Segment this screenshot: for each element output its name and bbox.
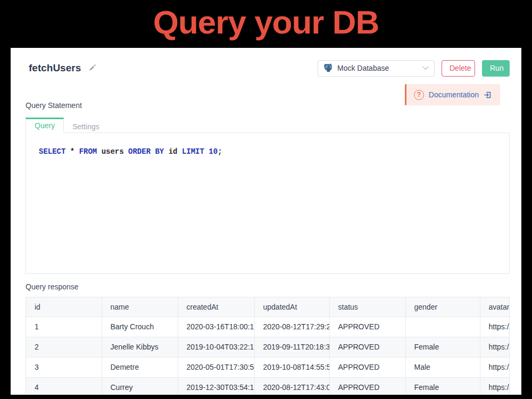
cell-avatar: https:// <box>480 317 510 337</box>
column-header-id: id <box>26 297 102 317</box>
cell-updatedAt: 2019-10-08T14:55:5 <box>254 357 329 377</box>
cell-createdAt: 2019-12-30T03:54:1 <box>178 377 254 395</box>
cell-updatedAt: 2020-08-12T17:43:0 <box>254 377 329 395</box>
cell-gender: Male <box>405 357 480 377</box>
cell-createdAt: 2019-10-04T03:22:1 <box>178 337 254 357</box>
cell-avatar: https:// <box>480 337 510 357</box>
sql-token: 10 <box>204 147 218 156</box>
cell-name: Jenelle Kibbys <box>102 337 178 357</box>
sql-token: id <box>164 147 182 156</box>
sql-token: * <box>65 147 79 156</box>
query-response-label: Query response <box>26 282 79 291</box>
header-controls: Mock Database Delete Run <box>318 60 510 77</box>
cell-status: APPROVED <box>329 337 405 357</box>
column-header-createdAt: createdAt <box>178 297 254 317</box>
tab-query[interactable]: Query <box>26 118 64 133</box>
edit-query-name-button[interactable] <box>88 63 97 73</box>
response-table: idnamecreatedAtupdatedAtstatusgenderavat… <box>26 297 510 395</box>
table-row: 2Jenelle Kibbys2019-10-04T03:22:12019-09… <box>26 337 510 357</box>
cell-id: 1 <box>26 317 102 337</box>
query-tool-panel: fetchUsers Mock Database Delete Run ? <box>11 48 521 395</box>
cell-createdAt: 2020-03-16T18:00:1 <box>178 317 254 337</box>
documentation-banner[interactable]: ? Documentation <box>405 84 500 105</box>
pencil-icon <box>88 63 97 73</box>
postgresql-elephant-icon <box>323 63 333 73</box>
datasource-label: Mock Database <box>337 64 418 72</box>
sql-token: ORDER BY <box>128 147 164 156</box>
column-header-status: status <box>329 297 405 317</box>
table-row: 4Currey2019-12-30T03:54:12020-08-12T17:4… <box>26 377 510 395</box>
sql-token: LIMIT <box>182 147 204 156</box>
query-statement-label: Query Statement <box>26 101 82 110</box>
sql-token: FROM <box>79 147 97 156</box>
cell-status: APPROVED <box>329 317 405 337</box>
table-row: 3Demetre2020-05-01T17:30:52019-10-08T14:… <box>26 357 510 377</box>
sql-token: SELECT <box>39 147 65 156</box>
tab-settings[interactable]: Settings <box>64 118 108 132</box>
column-header-gender: gender <box>405 297 480 317</box>
query-settings-tabs: QuerySettings <box>26 118 510 133</box>
response-table-container[interactable]: idnamecreatedAtupdatedAtstatusgenderavat… <box>26 297 510 395</box>
cell-id: 4 <box>26 377 102 395</box>
cell-updatedAt: 2020-08-12T17:29:2 <box>254 317 329 337</box>
query-title-group: fetchUsers <box>29 62 97 74</box>
sql-code-line: SELECT * FROM users ORDER BY id LIMIT 10… <box>39 147 222 156</box>
cell-gender <box>405 317 480 337</box>
cell-name: Currey <box>102 377 178 395</box>
cell-id: 3 <box>26 357 102 377</box>
cell-gender: Female <box>405 337 480 357</box>
question-circle-icon: ? <box>414 90 424 100</box>
panel-header: fetchUsers Mock Database Delete Run <box>29 60 510 77</box>
cell-updatedAt: 2019-09-11T20:18:3 <box>254 337 329 357</box>
table-body: 1Barty Crouch2020-03-16T18:00:12020-08-1… <box>26 317 510 395</box>
run-button[interactable]: Run <box>482 60 510 77</box>
datasource-select[interactable]: Mock Database <box>318 60 435 77</box>
cell-avatar: https:// <box>480 377 510 395</box>
table-header-row: idnamecreatedAtupdatedAtstatusgenderavat… <box>26 297 510 317</box>
page-title: Query your DB <box>0 3 532 41</box>
table-row: 1Barty Crouch2020-03-16T18:00:12020-08-1… <box>26 317 510 337</box>
documentation-link[interactable]: Documentation <box>429 90 479 99</box>
cell-status: APPROVED <box>329 377 405 395</box>
cell-id: 2 <box>26 337 102 357</box>
cell-avatar: https:// <box>480 357 510 377</box>
column-header-updatedAt: updatedAt <box>254 297 329 317</box>
cell-status: APPROVED <box>329 357 405 377</box>
cell-gender: Female <box>405 377 480 395</box>
cell-name: Demetre <box>102 357 178 377</box>
sql-token: ; <box>218 147 222 156</box>
cell-createdAt: 2020-05-01T17:30:5 <box>178 357 254 377</box>
sql-token: users <box>97 147 128 156</box>
query-name: fetchUsers <box>29 62 81 74</box>
column-header-name: name <box>102 297 178 317</box>
column-header-avatar: avatar <box>480 297 510 317</box>
chevron-down-icon <box>422 66 429 70</box>
cell-name: Barty Crouch <box>102 317 178 337</box>
sql-editor[interactable]: SELECT * FROM users ORDER BY id LIMIT 10… <box>26 133 510 274</box>
delete-button[interactable]: Delete <box>442 60 475 77</box>
external-link-icon <box>484 91 492 99</box>
